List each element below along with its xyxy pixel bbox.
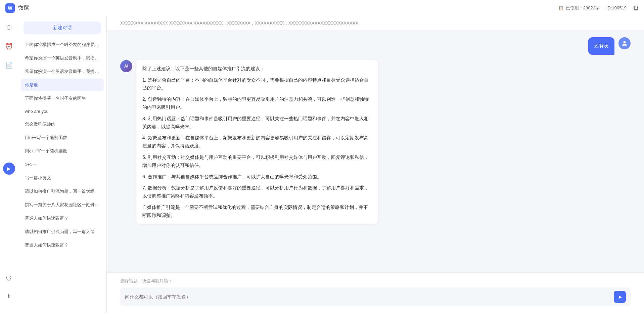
- conversation-item[interactable]: 普通人如何快速致富？: [21, 239, 104, 252]
- message-row-user: 还有没: [120, 37, 631, 55]
- power-button[interactable]: ⏻: [633, 5, 639, 11]
- conversation-sidebar: 新建对话 下面你将模拟成一个叫圣友的程序员，我说...希望你扮演一个英语发音助手…: [18, 16, 107, 313]
- user-avatar: [618, 37, 631, 49]
- chat-area: XXXXXXXX XXXXXXXX XXXXXXXX XXXXXXXXXX，XX…: [107, 16, 644, 313]
- conversation-item[interactable]: 怎么做狗屁炒肉: [21, 118, 104, 131]
- quick-topics-label: 选择话题，快速与我对话：: [120, 278, 631, 284]
- send-button[interactable]: ➤: [614, 291, 626, 303]
- topbar-right: 📋 已使用：28822字 ID:100519 ⏻: [558, 5, 639, 11]
- message-paragraph: 2. 创造独特的内容：在自媒体平台上，独特的内容更容易吸引用户的注意力和共鸣，可…: [142, 95, 372, 111]
- conversation-item[interactable]: 用c++写一个随机函数: [21, 131, 104, 144]
- sidebar-icon-clock[interactable]: ⏰: [3, 40, 15, 52]
- chat-input-area: 选择话题，快速与我对话： ➤: [107, 272, 644, 313]
- chat-input[interactable]: [125, 294, 610, 300]
- top-truncated-message: XXXXXXXX XXXXXXXX XXXXXXXX XXXXXXXXXX，XX…: [107, 16, 644, 31]
- topbar: W 微撰 📋 已使用：28822字 ID:100519 ⏻: [0, 0, 644, 16]
- usage-label: 已使用：28822字: [566, 5, 600, 11]
- sidebar-arrow-button[interactable]: ▶: [3, 163, 15, 175]
- user-id-label: ID:100519: [606, 5, 627, 10]
- sidebar-icon-shield[interactable]: 🛡: [3, 273, 15, 285]
- conversation-item[interactable]: 下面你将模拟成一个叫圣友的程序员，我说...: [21, 38, 104, 51]
- conversation-list: 下面你将模拟成一个叫圣友的程序员，我说...希望你扮演一个英语发音助手，我提供给…: [18, 38, 106, 313]
- topbar-left: W 微撰: [5, 3, 29, 13]
- conversation-item[interactable]: 1+1＝: [21, 158, 104, 171]
- main-layout: ⬡ ⏰ 📄 ▶ 🛡 ℹ 新建对话 下面你将模拟成一个叫圣友的程序员，我说...希…: [0, 16, 644, 313]
- ai-avatar: AI: [120, 60, 132, 72]
- input-row: ➤: [120, 287, 631, 306]
- usage-icon: 📋: [558, 5, 564, 10]
- app-title: 微撰: [18, 4, 29, 11]
- conversation-item[interactable]: 写一篇小黄文: [21, 172, 104, 184]
- conversation-item[interactable]: 请以如何推广引流为题，写一篇大纲: [21, 225, 104, 238]
- conversation-item[interactable]: 希望你扮演一个英语发音助手，我提供给你...: [21, 65, 104, 78]
- chat-messages: 还有没AI除了上述建议，以下是一些其他的自媒体推广引流的建议：1. 选择适合自己…: [107, 31, 644, 272]
- message-paragraph: 6. 合作推广：与其他自媒体平台或品牌合作推广，可以扩大自己的曝光率和受众范围。: [142, 173, 372, 181]
- sidebar-icon-document[interactable]: 📄: [3, 59, 15, 71]
- message-paragraph: 7. 数据分析：数据分析是了解用户反馈和喜好的重要途径，可以分析用户行为和数据，…: [142, 184, 372, 200]
- logo-text: W: [8, 5, 12, 11]
- conversation-item[interactable]: 普通人如何快速致富？: [21, 212, 104, 225]
- message-paragraph: 5. 利用社交互动：社交媒体是与用户互动的重要平台，可以积极利用社交媒体与用户互…: [142, 153, 372, 170]
- new-conversation-button[interactable]: 新建对话: [24, 21, 101, 34]
- sidebar-icon-cube[interactable]: ⬡: [3, 21, 15, 34]
- conversation-item[interactable]: 你是谁: [21, 79, 104, 91]
- conversation-item[interactable]: 希望你扮演一个英语发音助手，我提供给你...: [21, 52, 104, 64]
- conversation-item[interactable]: 请以如何推广引流为题，写一篇大纲: [21, 185, 104, 198]
- assistant-message-bubble: 除了上述建议，以下是一些其他的自媒体推广引流的建议：1. 选择适合自己的平台：不…: [136, 60, 378, 224]
- message-paragraph: 3. 利用热门话题：热门话题和事件是吸引用户的重要途径，可以关注一些热门话题和事…: [142, 115, 372, 131]
- message-row-assistant: AI除了上述建议，以下是一些其他的自媒体推广引流的建议：1. 选择适合自己的平台…: [120, 60, 631, 224]
- usage-info: 📋 已使用：28822字: [558, 5, 600, 11]
- conversation-item[interactable]: 下面你将扮演一名叫圣友的医生: [21, 92, 104, 105]
- sidebar-bottom-icons: 🛡 ℹ: [3, 273, 15, 308]
- message-paragraph: 除了上述建议，以下是一些其他的自媒体推广引流的建议：: [142, 65, 372, 73]
- conversation-item[interactable]: 撰写一篇关于八大家花园社区一刻钟便民生...: [21, 198, 104, 211]
- message-paragraph: 1. 选择适合自己的平台：不同的自媒体平台针对的受众不同，需要根据自己的内容特点…: [142, 76, 372, 92]
- conversation-item[interactable]: who are you: [21, 105, 104, 117]
- user-message-bubble: 还有没: [588, 37, 614, 55]
- message-paragraph: 4. 频繁发布和更新：在自媒体平台上，频繁发布和更新的内容更容易吸引用户的关注和…: [142, 134, 372, 150]
- message-paragraph: 自媒体推广引流是一个需要不断尝试和优化的过程，需要结合自身的实际情况，制定合适的…: [142, 204, 372, 220]
- conversation-item[interactable]: 用c++写一个随机函数: [21, 145, 104, 158]
- icon-sidebar: ⬡ ⏰ 📄 ▶ 🛡 ℹ: [0, 16, 18, 313]
- svg-point-0: [624, 41, 626, 43]
- sidebar-icon-info[interactable]: ℹ: [3, 290, 15, 302]
- app-logo: W: [5, 3, 15, 13]
